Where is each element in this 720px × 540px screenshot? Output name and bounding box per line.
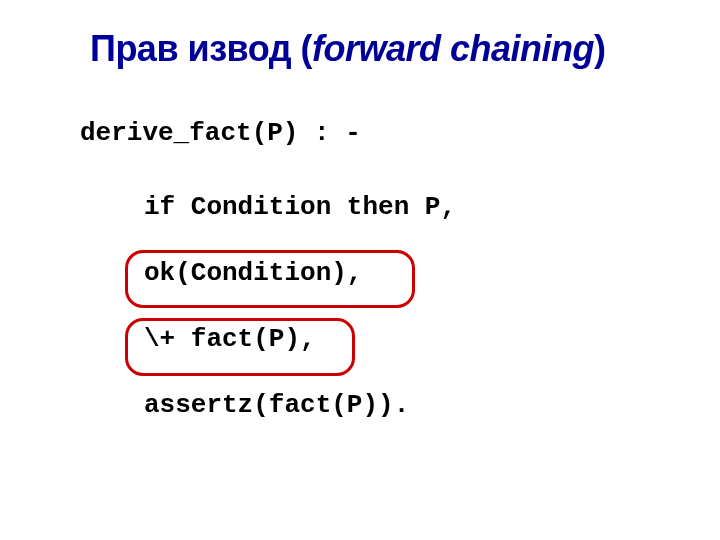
code-line-5: assertz(fact(P)).	[80, 392, 456, 418]
code-line-4: \+ fact(P),	[80, 326, 456, 352]
code-line-1: derive_fact(P) : -	[80, 120, 456, 146]
slide-title: Прав извод (forward chaining)	[90, 28, 606, 70]
code-block: derive_fact(P) : - if Condition then P, …	[80, 120, 456, 458]
title-italic: forward chaining	[312, 28, 594, 69]
title-prefix: Прав извод (	[90, 28, 312, 69]
code-line-3: ok(Condition),	[80, 260, 456, 286]
code-line-2: if Condition then P,	[80, 194, 456, 220]
title-suffix: )	[594, 28, 606, 69]
